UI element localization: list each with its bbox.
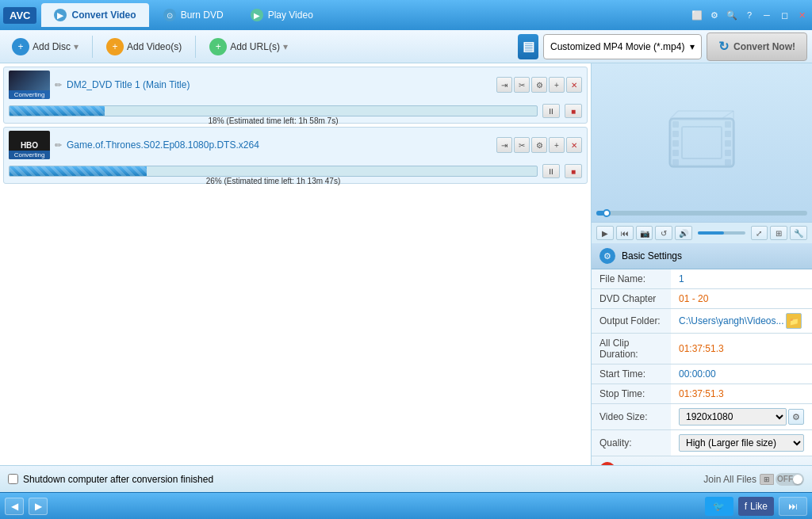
file-copy-button-2[interactable]: ⇥ — [496, 137, 512, 153]
file-progress-row-1: 18% (Estimated time left: 1h 58m 7s) ⏸ ■ — [4, 102, 587, 123]
start-time-label: Start Time: — [592, 364, 671, 384]
preview-aspect-button[interactable]: ⊞ — [770, 226, 787, 240]
video-size-gear-button[interactable]: ⚙ — [788, 409, 804, 425]
restore-win-button[interactable]: ◻ — [777, 8, 791, 22]
add-url-icon: + — [209, 38, 227, 55]
preview-controls: ▶ ⏮ 📷 ↺ 🔊 ⤢ ⊞ 🔧 — [592, 222, 812, 243]
convert-now-button[interactable]: ↻ Convert Now! — [707, 32, 807, 61]
converting-badge-1: Converting — [9, 90, 50, 99]
file-progress-row-2: 26% (Estimated time left: 1h 13m 47s) ⏸ … — [4, 162, 587, 183]
stop-button-1[interactable]: ■ — [565, 104, 582, 118]
separator-1 — [92, 36, 93, 58]
preview-screenshot-button[interactable]: 📷 — [636, 226, 653, 240]
shutdown-checkbox-input[interactable] — [8, 474, 18, 484]
video-size-select[interactable]: 1920x1080 — [679, 408, 787, 426]
quality-select[interactable]: High (Larger file size) — [679, 434, 804, 452]
preview-tools-button[interactable]: 🔧 — [790, 226, 807, 240]
main-content: Converting ✏ DM2_DVD Title 1 (Main Title… — [0, 63, 812, 465]
add-disc-button[interactable]: + Add Disc ▾ — [5, 34, 86, 59]
file-add-button-1[interactable]: + — [549, 77, 565, 93]
progress-text-2: 26% (Estimated time left: 1h 13m 47s) — [206, 177, 341, 185]
file-cut-button-1[interactable]: ✂ — [514, 77, 530, 93]
preview-skip-back-button[interactable]: ⏮ — [616, 226, 634, 240]
file-thumbnail-2: HBO Converting — [9, 131, 50, 159]
file-remove-button-1[interactable]: ✕ — [566, 77, 582, 93]
file-thumbnail-1: Converting — [9, 71, 50, 99]
tab-burn[interactable]: ⊙ Burn DVD — [151, 3, 236, 27]
file-item-header-2: HBO Converting ✏ Game.of.Thrones.S02.Ep0… — [4, 128, 587, 162]
minimize-win-button[interactable]: ─ — [760, 8, 774, 22]
svg-rect-7 — [725, 121, 731, 128]
tab-play[interactable]: ▶ Play Video — [238, 3, 326, 27]
right-panel: ▶ ⏮ 📷 ↺ 🔊 ⤢ ⊞ 🔧 ⚙ Basic Settings File Na… — [592, 63, 812, 465]
settings-button[interactable]: ⚙ — [707, 8, 722, 22]
file-cut-button-2[interactable]: ✂ — [514, 137, 530, 153]
add-videos-button[interactable]: + Add Video(s) — [99, 34, 189, 59]
app-logo: AVC — [3, 7, 36, 24]
scrubber-thumb[interactable] — [603, 209, 611, 217]
video-size-cell: 1920x1080 ⚙ — [671, 404, 812, 430]
video-size-row: Video Size: 1920x1080 ⚙ — [592, 404, 812, 430]
search-button[interactable]: 🔍 — [725, 8, 739, 22]
list-item: Converting ✏ DM2_DVD Title 1 (Main Title… — [3, 67, 588, 124]
add-url-label: Add URL(s) — [230, 41, 280, 52]
join-toggle[interactable]: OFF — [776, 473, 804, 486]
toolbar: + Add Disc ▾ + Add Video(s) + Add URL(s)… — [0, 30, 812, 63]
preview-play-button[interactable]: ▶ — [596, 226, 614, 240]
quality-row: Quality: High (Larger file size) — [592, 430, 812, 456]
svg-rect-11 — [725, 159, 731, 166]
prev-page-button[interactable]: ◀ — [5, 498, 24, 515]
join-all-files-section: Join All Files ⊞ OFF — [703, 473, 804, 486]
format-dropdown[interactable]: Customized MP4 Movie (*.mp4) ▾ — [543, 34, 702, 59]
stop-time-label: Stop Time: — [592, 384, 671, 404]
format-selector: ▤ Customized MP4 Movie (*.mp4) ▾ ↻ Conve… — [518, 32, 807, 61]
burn-tab-icon: ⊙ — [163, 9, 176, 21]
file-item-header-1: Converting ✏ DM2_DVD Title 1 (Main Title… — [4, 67, 587, 102]
file-settings-button-2[interactable]: ⚙ — [531, 137, 547, 153]
preview-volume-button[interactable]: 🔊 — [675, 226, 692, 240]
svg-rect-2 — [672, 121, 679, 128]
preview-scrubber[interactable] — [596, 211, 807, 216]
file-title-2[interactable]: Game.of.Thrones.S02.Ep08.1080p.DTS.x264 — [67, 139, 492, 151]
close-win-button[interactable]: ✕ — [795, 8, 809, 22]
toggle-state-label: OFF — [777, 475, 793, 483]
status-bar: Shutdown computer after conversion finis… — [0, 465, 812, 492]
scrubber-bar[interactable] — [596, 211, 807, 216]
file-name-row: File Name: 1 — [592, 269, 812, 289]
add-videos-icon: + — [106, 38, 124, 55]
dvd-chapter-value: 01 - 20 — [671, 289, 812, 309]
tab-burn-label: Burn DVD — [181, 10, 224, 21]
facebook-like-button[interactable]: f Like — [738, 497, 774, 516]
video-options-icon: ▶ — [599, 462, 615, 465]
file-add-button-2[interactable]: + — [549, 137, 565, 153]
shutdown-checkbox[interactable]: Shutdown computer after conversion finis… — [8, 474, 213, 485]
progress-bar-bg-1 — [9, 105, 538, 116]
start-time-value: 00:00:00 — [671, 364, 812, 384]
file-name-label: File Name: — [592, 269, 671, 289]
file-copy-button-1[interactable]: ⇥ — [496, 77, 512, 93]
video-options-button[interactable]: ▶ Video Options — [592, 456, 812, 465]
twitter-button[interactable]: 🐦 — [705, 497, 733, 516]
minimize-button[interactable]: ⬜ — [690, 8, 704, 22]
add-url-button[interactable]: + Add URL(s) ▾ — [202, 34, 295, 59]
file-name-value: 1 — [671, 269, 812, 289]
next-page-button[interactable]: ▶ — [29, 498, 48, 515]
file-remove-button-2[interactable]: ✕ — [566, 137, 582, 153]
help-button[interactable]: ? — [742, 8, 756, 22]
add-videos-label: Add Video(s) — [127, 41, 182, 52]
volume-slider[interactable] — [698, 231, 745, 235]
tab-play-label: Play Video — [268, 10, 313, 21]
file-settings-button-1[interactable]: ⚙ — [531, 77, 547, 93]
stop-button-2[interactable]: ■ — [565, 164, 582, 178]
preview-repeat-button[interactable]: ↺ — [655, 226, 672, 240]
volume-fill — [698, 231, 724, 235]
browse-folder-button[interactable]: 📁 — [786, 313, 802, 329]
file-title-1[interactable]: DM2_DVD Title 1 (Main Title) — [67, 79, 492, 90]
pause-button-2[interactable]: ⏸ — [542, 164, 560, 178]
tab-convert-label: Convert Video — [71, 10, 136, 21]
end-nav-button[interactable]: ⏭ — [779, 497, 807, 516]
preview-fullscreen-button[interactable]: ⤢ — [751, 226, 768, 240]
tab-convert[interactable]: ▶ Convert Video — [41, 3, 148, 27]
play-tab-icon: ▶ — [251, 9, 263, 21]
pause-button-1[interactable]: ⏸ — [542, 104, 560, 118]
